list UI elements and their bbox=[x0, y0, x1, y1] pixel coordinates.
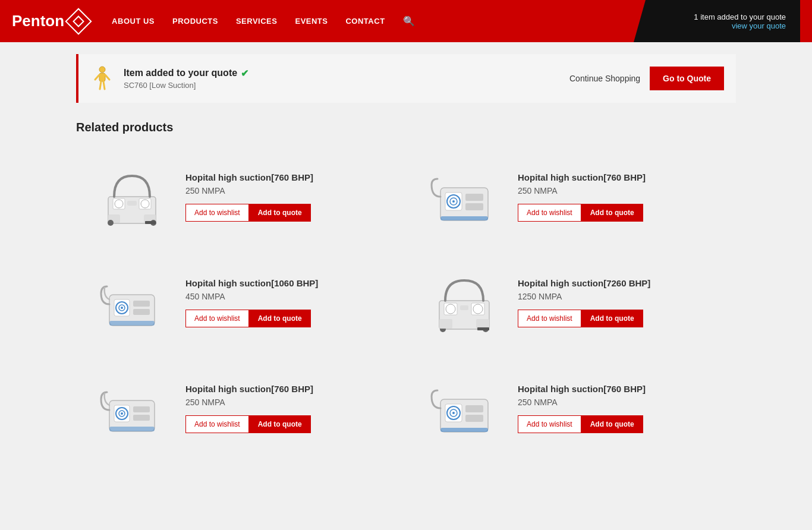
wishlist-button-4[interactable]: Add to wishlist bbox=[518, 310, 581, 327]
quote-bar-icon bbox=[90, 64, 114, 93]
product-image-6 bbox=[423, 370, 506, 447]
product-info-4: Hopital high suction[7260 BHP] 1250 NMPA… bbox=[518, 278, 722, 327]
product-image-1 bbox=[90, 158, 174, 235]
continue-shopping-button[interactable]: Continue Shopping bbox=[569, 74, 640, 83]
add-quote-button-2[interactable]: Add to quote bbox=[581, 204, 643, 222]
product-info-1: Hopital high suction[760 BHP] 250 NMPA A… bbox=[185, 172, 389, 222]
product-spec-5: 250 NMPA bbox=[185, 398, 389, 407]
product-image-3 bbox=[90, 264, 174, 341]
svg-point-48 bbox=[121, 412, 123, 415]
wishlist-button-6[interactable]: Add to wishlist bbox=[518, 415, 581, 433]
product-actions-1: Add to wishlist Add to quote bbox=[185, 204, 389, 222]
wishlist-button-1[interactable]: Add to wishlist bbox=[185, 204, 249, 222]
product-image-4 bbox=[423, 264, 506, 341]
wishlist-button-3[interactable]: Add to wishlist bbox=[185, 310, 249, 327]
product-name-2: Hopital high suction[760 BHP] bbox=[518, 172, 722, 182]
product-info-2: Hopital high suction[760 BHP] 250 NMPA A… bbox=[518, 172, 722, 222]
svg-line-2 bbox=[95, 75, 99, 80]
svg-rect-30 bbox=[133, 301, 150, 307]
nav-events[interactable]: EVENTS bbox=[295, 17, 328, 26]
view-quote-link[interactable]: view your quote bbox=[732, 21, 786, 30]
logo-text: Penton bbox=[12, 12, 64, 30]
svg-point-21 bbox=[452, 200, 455, 203]
nav-products[interactable]: PRODUCTS bbox=[172, 17, 218, 26]
product-svg-small-4 bbox=[429, 376, 500, 441]
svg-rect-51 bbox=[109, 427, 155, 431]
product-spec-3: 450 NMPA bbox=[185, 292, 389, 301]
svg-point-0 bbox=[99, 67, 105, 72]
product-name-6: Hopital high suction[760 BHP] bbox=[518, 384, 722, 394]
svg-rect-41 bbox=[439, 319, 452, 329]
svg-rect-32 bbox=[109, 321, 155, 326]
svg-rect-57 bbox=[465, 405, 483, 412]
product-card-6: Hopital high suction[760 BHP] 250 NMPA A… bbox=[408, 358, 736, 459]
logo[interactable]: Penton bbox=[12, 12, 88, 31]
svg-rect-16 bbox=[145, 221, 156, 224]
product-spec-4: 1250 NMPA bbox=[518, 292, 722, 301]
navbar: Penton ABOUT US PRODUCTS SERVICES EVENTS… bbox=[0, 0, 812, 42]
product-card-3: Hopital high suction[1060 BHP] 450 NMPA … bbox=[76, 252, 404, 353]
svg-point-29 bbox=[121, 307, 123, 309]
svg-rect-38 bbox=[460, 305, 468, 310]
quote-bar-info: Item added to your quote ✔ SC760 [Low Su… bbox=[124, 68, 569, 90]
product-image-5 bbox=[90, 370, 174, 447]
svg-point-14 bbox=[108, 220, 114, 226]
logo-icon bbox=[65, 8, 92, 34]
add-quote-button-3[interactable]: Add to quote bbox=[249, 310, 311, 327]
product-image-2 bbox=[423, 158, 506, 235]
notification-text: 1 item added to your quote bbox=[694, 12, 786, 21]
quote-bar-actions: Continue Shopping Go to Quote bbox=[569, 67, 724, 90]
svg-rect-49 bbox=[133, 406, 150, 412]
add-quote-button-1[interactable]: Add to quote bbox=[249, 204, 311, 222]
product-name-3: Hopital high suction[1060 BHP] bbox=[185, 278, 389, 288]
add-quote-button-6[interactable]: Add to quote bbox=[581, 415, 643, 433]
go-to-quote-button[interactable]: Go to Quote bbox=[650, 67, 724, 90]
search-icon[interactable]: 🔍 bbox=[403, 15, 415, 27]
product-card-4: Hopital high suction[7260 BHP] 1250 NMPA… bbox=[408, 252, 736, 353]
product-actions-5: Add to wishlist Add to quote bbox=[185, 415, 389, 433]
product-svg-small-3 bbox=[96, 376, 168, 441]
wishlist-button-5[interactable]: Add to wishlist bbox=[185, 415, 249, 433]
product-actions-4: Add to wishlist Add to quote bbox=[518, 310, 722, 327]
svg-line-3 bbox=[105, 75, 109, 80]
nav-links: ABOUT US PRODUCTS SERVICES EVENTS CONTAC… bbox=[112, 15, 634, 27]
svg-rect-1 bbox=[99, 73, 105, 81]
svg-rect-11 bbox=[127, 201, 137, 206]
wishlist-button-2[interactable]: Add to wishlist bbox=[518, 204, 581, 222]
svg-rect-43 bbox=[477, 327, 489, 330]
product-svg-small-1 bbox=[429, 164, 500, 229]
product-name-1: Hopital high suction[760 BHP] bbox=[185, 172, 389, 182]
svg-rect-59 bbox=[440, 428, 488, 432]
add-quote-button-5[interactable]: Add to quote bbox=[249, 415, 311, 433]
product-info-5: Hopital high suction[760 BHP] 250 NMPA A… bbox=[185, 384, 389, 433]
product-name-5: Hopital high suction[760 BHP] bbox=[185, 384, 389, 394]
product-card-5: Hopital high suction[760 BHP] 250 NMPA A… bbox=[76, 358, 404, 459]
svg-line-4 bbox=[100, 81, 101, 89]
svg-rect-23 bbox=[465, 203, 483, 210]
product-spec-6: 250 NMPA bbox=[518, 398, 722, 407]
quote-bar: Item added to your quote ✔ SC760 [Low Su… bbox=[76, 54, 736, 103]
add-quote-button-4[interactable]: Add to quote bbox=[581, 310, 643, 327]
product-card-1: Hopital high suction[760 BHP] 250 NMPA A… bbox=[76, 146, 404, 247]
quote-bar-subtitle: SC760 [Low Suction] bbox=[124, 81, 569, 90]
related-products-title: Related products bbox=[76, 121, 736, 134]
product-svg-large-2 bbox=[429, 270, 500, 335]
svg-point-56 bbox=[452, 412, 455, 414]
product-svg-small-2 bbox=[96, 270, 168, 335]
product-actions-3: Add to wishlist Add to quote bbox=[185, 310, 389, 327]
navbar-notification: 1 item added to your quote view your quo… bbox=[634, 0, 800, 42]
product-name-4: Hopital high suction[7260 BHP] bbox=[518, 278, 722, 288]
checkmark-icon: ✔ bbox=[241, 68, 248, 79]
nav-about-us[interactable]: ABOUT US bbox=[112, 17, 155, 26]
svg-rect-42 bbox=[476, 319, 489, 329]
nav-contact[interactable]: CONTACT bbox=[345, 17, 385, 26]
product-svg-large-1 bbox=[96, 164, 168, 229]
svg-rect-58 bbox=[465, 415, 483, 422]
nav-services[interactable]: SERVICES bbox=[236, 17, 278, 26]
main-content: Item added to your quote ✔ SC760 [Low Su… bbox=[76, 42, 736, 471]
product-card-2: Hopital high suction[760 BHP] 250 NMPA A… bbox=[408, 146, 736, 247]
product-actions-6: Add to wishlist Add to quote bbox=[518, 415, 722, 433]
product-spec-2: 250 NMPA bbox=[518, 186, 722, 195]
product-info-3: Hopital high suction[1060 BHP] 450 NMPA … bbox=[185, 278, 389, 327]
svg-rect-22 bbox=[465, 194, 483, 201]
